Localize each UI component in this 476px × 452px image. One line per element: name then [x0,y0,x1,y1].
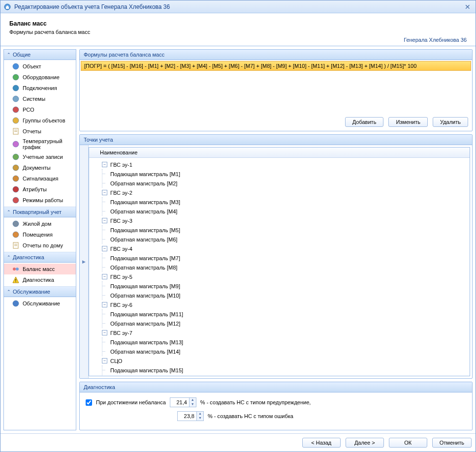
points-panel: Точки учета ▶ Наименование −ГВС эу-1Пода… [79,134,473,379]
tree-node[interactable]: −ГВС эу-4 [89,244,470,253]
tree-node-label: ГВС эу-2 [110,190,132,196]
tree-toggle-icon[interactable]: − [102,162,107,167]
tree-leaf[interactable]: Обратная магистраль [M8] [102,263,470,272]
tree-leaf[interactable]: Подающая магистраль [M11] [102,309,470,319]
add-button[interactable]: Добавить [345,117,384,127]
close-icon[interactable]: ✕ [463,3,473,11]
sidebar-item[interactable]: Атрибуты [4,184,76,195]
formula-row[interactable]: [ПОГР] = ( [M15] - [M16] - [M1] + [M2] -… [81,61,471,71]
tree-toggle-icon[interactable]: − [102,246,107,251]
sidebar-group-header[interactable]: ⌃Обслуживание [4,286,76,297]
tree-leaf[interactable]: Подающая магистраль [M13] [102,337,470,347]
sidebar-item[interactable]: Жилой дом [4,218,76,229]
spin-up-icon[interactable]: ▲ [197,412,203,416]
attr-icon [12,185,20,193]
tree-node[interactable]: −ГВС эу-7 [89,328,470,337]
back-button[interactable]: < Назад [302,438,341,448]
tree-node[interactable]: −ГВС эу-3 [89,216,470,225]
tree-leaf-label: Подающая магистраль [M15] [108,367,183,373]
unbalance-checkbox[interactable] [86,399,92,406]
tree-leaf[interactable]: Подающая магистраль [M5] [102,225,470,235]
spin-down-icon[interactable]: ▼ [190,402,196,407]
spin-up-icon[interactable]: ▲ [190,398,196,402]
tree-node[interactable]: −ГВС эу-6 [89,300,470,309]
building-icon [12,220,20,228]
sidebar-item[interactable]: Баланс масс [4,264,76,274]
tree-node-label: ГВС эу-1 [110,162,132,168]
tree-toggle-icon[interactable]: − [102,302,107,307]
sidebar-item[interactable]: РСО [4,104,76,115]
tree-node[interactable]: −ГВС эу-2 [89,188,470,197]
chart-icon [12,140,20,148]
svg-point-10 [13,141,19,147]
sidebar-item[interactable]: Диагностика [4,274,76,285]
title-bar: Редактирование объекта учета Генерала Хл… [0,0,476,13]
sidebar-item[interactable]: Помещения [4,229,76,240]
expand-strip-icon[interactable]: ▶ [82,259,86,264]
sidebar-item-label: Объект [23,63,41,69]
sidebar-group-header[interactable]: ⌃Диагностика [4,252,76,263]
tree-leaf[interactable]: Подающая магистраль [M3] [102,197,470,207]
sidebar-item[interactable]: Документы [4,162,76,173]
tree-node[interactable]: −ГВС эу-5 [89,272,470,281]
delete-button[interactable]: Удалить [433,117,468,127]
formulas-panel: Формулы расчета баланса масс [ПОГР] = ( … [79,49,473,131]
sidebar-item[interactable]: Температурный график [4,137,76,151]
sidebar-item-label: Подключения [23,85,57,91]
sidebar-group-header[interactable]: ⌃Общие [4,50,76,60]
edit-button[interactable]: Изменить [388,117,428,127]
tree-leaf-label: Обратная магистраль [M8] [108,265,177,271]
warn-threshold-input[interactable] [170,398,189,407]
diagnostics-panel-title: Диагностика [80,382,472,392]
tree-toggle-icon[interactable]: − [102,218,107,223]
tree-node[interactable]: −СЦО [89,356,470,365]
sidebar-item[interactable]: Объект [4,61,76,72]
sidebar-item[interactable]: Обслуживание [4,298,76,309]
tree-node[interactable]: −ГВС эу-1 [89,160,470,169]
tree-leaf[interactable]: Обратная магистраль [M14] [102,347,470,356]
chevron-icon: ⌃ [7,210,11,214]
sidebar-item-label: Учетные записи [23,154,63,160]
tree-leaf[interactable]: Обратная магистраль [M10] [102,291,470,300]
sidebar-item[interactable]: Сигнализация [4,173,76,184]
tree-leaf[interactable]: Обратная магистраль [M2] [102,179,470,188]
tree-leaf-label: Подающая магистраль [M1] [108,171,180,177]
svg-point-25 [13,301,19,306]
tree-toggle-icon[interactable]: − [102,358,107,363]
grid-column-header[interactable]: Наименование [89,148,470,158]
tree-leaf[interactable]: Подающая магистраль [M7] [102,253,470,263]
sidebar-item-label: Жилой дом [23,221,51,227]
points-tree: −ГВС эу-1Подающая магистраль [M1]Обратна… [89,158,470,376]
tree-toggle-icon[interactable]: − [102,190,107,195]
folders-icon [12,117,20,124]
warn-suffix: % - создавать НС с типом предупреждение, [200,399,311,405]
sidebar-item[interactable]: Отчеты [4,126,76,137]
tree-leaf[interactable]: Обратная магистраль [M6] [102,235,470,244]
tree-leaf[interactable]: Обратная магистраль [M12] [102,319,470,328]
spin-down-icon[interactable]: ▼ [197,416,203,421]
sidebar-group-header[interactable]: ⌃Поквартирный учет [4,207,76,217]
sidebar-item[interactable]: Учетные записи [4,151,76,162]
tree-leaf[interactable]: Подающая магистраль [M15] [102,365,470,375]
home-icon [12,231,20,239]
svg-point-12 [13,165,19,171]
sidebar-item[interactable]: Режимы работы [4,195,76,206]
tree-leaf[interactable]: Обратная магистраль [M16] [102,375,470,376]
tree-toggle-icon[interactable]: − [102,330,107,335]
sidebar-item[interactable]: Отчеты по дому [4,240,76,251]
cancel-button[interactable]: Отменить [432,438,472,448]
ok-button[interactable]: ОК [389,438,427,448]
sidebar-item[interactable]: Системы [4,93,76,104]
tree-toggle-icon[interactable]: − [102,274,107,279]
sidebar-item[interactable]: Оборудование [4,72,76,83]
tree-leaf[interactable]: Подающая магистраль [M1] [102,169,470,179]
svg-rect-8 [14,130,17,130]
sidebar-item[interactable]: Группы объектов [4,115,76,126]
tree-leaf-label: Обратная магистраль [M12] [108,321,180,327]
tree-leaf[interactable]: Подающая магистраль [M9] [102,281,470,291]
tree-leaf[interactable]: Обратная магистраль [M4] [102,207,470,216]
tree-leaf-label: Подающая магистраль [M9] [108,283,180,289]
next-button[interactable]: Далее > [346,438,384,448]
sidebar-item[interactable]: Подключения [4,83,76,93]
err-threshold-input[interactable] [178,412,196,421]
